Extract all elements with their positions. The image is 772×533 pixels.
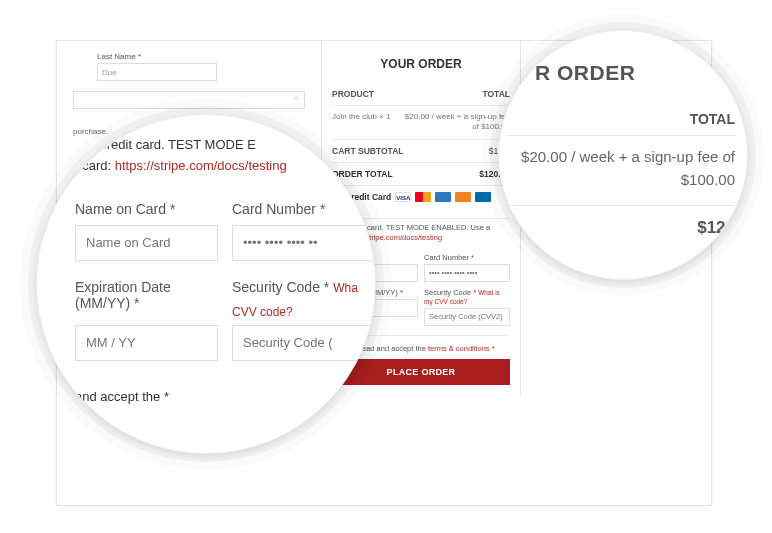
zoom-name-input[interactable] [75, 225, 218, 261]
lastname-input[interactable] [97, 63, 217, 81]
col-total: TOTAL [482, 89, 510, 99]
item-name: Join the club × 1 [332, 112, 390, 133]
mini-num-input[interactable] [424, 264, 510, 282]
order-total-label: ORDER TOTAL [332, 169, 393, 179]
zoom-right-total-label: TOTAL [507, 111, 735, 136]
col-product: PRODUCT [332, 89, 374, 99]
zoom-cvv-input[interactable] [232, 325, 375, 361]
visa-icon: VISA [395, 192, 411, 202]
zoom-lens-left: th a credit card. TEST MODE E t card: ht… [36, 114, 376, 454]
terms-text-b: * [490, 344, 495, 353]
zoom-cvv-hint-b[interactable]: CVV code? [232, 305, 293, 319]
mini-cvv-label: Security Code * What is my CVV code? [424, 288, 510, 306]
zoom-cvv-label: Security Code * Wha [232, 279, 375, 295]
diners-icon [475, 192, 491, 202]
zoom-stripe-link[interactable]: https://stripe.com/docs/testing [115, 158, 287, 173]
lastname-label: Last Name * [97, 52, 141, 61]
zoom-name-label: Name on Card * [75, 201, 218, 217]
zoom-right-title: R ORDER [507, 61, 735, 85]
zoom-cvv-hint-a[interactable]: Wha [333, 281, 358, 295]
collapse-box[interactable]: ^ [73, 91, 305, 109]
discover-icon [455, 192, 471, 202]
zoom-right-amount: $120 [507, 218, 735, 238]
zoom-lens-right: R ORDER TOTAL $20.00 / week + a sign-up … [498, 30, 748, 280]
mini-cvv-input[interactable] [424, 308, 510, 326]
zoom-right-price: $20.00 / week + a sign-up fee of $100.00 [507, 146, 735, 206]
zoom-num-label: Card Number * [232, 201, 375, 217]
amex-icon [435, 192, 451, 202]
mini-num-label: Card Number * [424, 253, 510, 262]
cart-subtotal-label: CART SUBTOTAL [332, 146, 403, 156]
place-order-button[interactable]: PLACE ORDER [332, 359, 510, 385]
terms-link[interactable]: terms & conditions [428, 344, 490, 353]
mastercard-icon [415, 192, 431, 202]
zoom-num-input[interactable] [232, 225, 375, 261]
zoom-exp-input[interactable] [75, 325, 218, 361]
zoom-exp-label: Expiration Date (MM/YY) * [75, 279, 218, 311]
order-title: YOUR ORDER [332, 51, 510, 83]
item-price: $20.00 / week + a sign-up fee of $100.00 [400, 112, 510, 133]
